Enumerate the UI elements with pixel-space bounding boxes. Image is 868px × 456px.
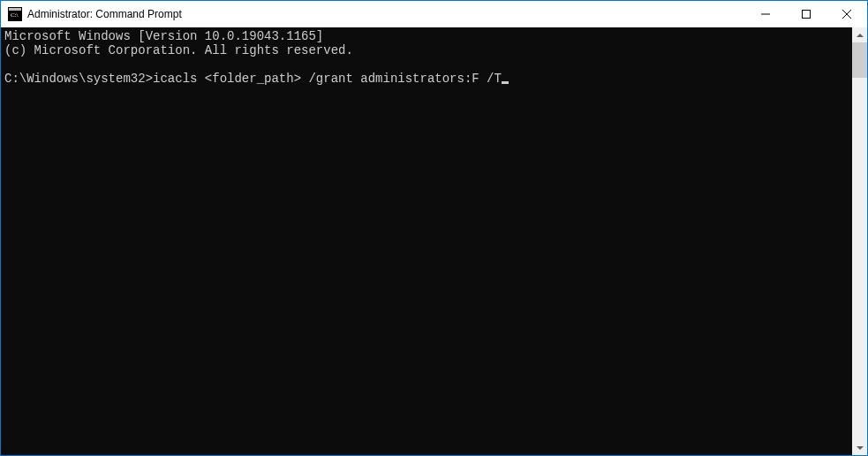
terminal-output[interactable]: Microsoft Windows [Version 10.0.19043.11… <box>1 27 852 455</box>
svg-marker-7 <box>857 34 864 37</box>
copyright-line: (c) Microsoft Corporation. All rights re… <box>4 43 353 57</box>
version-line: Microsoft Windows [Version 10.0.19043.11… <box>4 29 323 43</box>
command-prompt-window: C:\ Administrator: Command Prompt Micros… <box>0 0 868 456</box>
scroll-up-arrow[interactable] <box>852 27 867 42</box>
cursor <box>502 81 509 84</box>
svg-text:C:\: C:\ <box>11 11 19 19</box>
cmd-icon: C:\ <box>8 7 22 21</box>
svg-marker-8 <box>857 446 864 450</box>
command-input[interactable]: icacls <folder_path> /grant administrato… <box>153 72 502 86</box>
maximize-button[interactable] <box>786 1 826 27</box>
titlebar-left: C:\ Administrator: Command Prompt <box>1 7 182 21</box>
titlebar[interactable]: C:\ Administrator: Command Prompt <box>1 1 867 27</box>
prompt: C:\Windows\system32> <box>4 72 153 86</box>
scroll-thumb[interactable] <box>852 42 867 78</box>
content-area: Microsoft Windows [Version 10.0.19043.11… <box>1 27 867 455</box>
window-title: Administrator: Command Prompt <box>27 8 182 20</box>
scroll-track[interactable] <box>852 42 867 440</box>
svg-rect-4 <box>803 11 811 19</box>
vertical-scrollbar[interactable] <box>852 27 867 455</box>
scroll-down-arrow[interactable] <box>852 440 867 455</box>
minimize-button[interactable] <box>745 1 786 27</box>
svg-rect-1 <box>9 8 21 11</box>
close-button[interactable] <box>826 1 867 27</box>
window-controls <box>745 1 867 27</box>
